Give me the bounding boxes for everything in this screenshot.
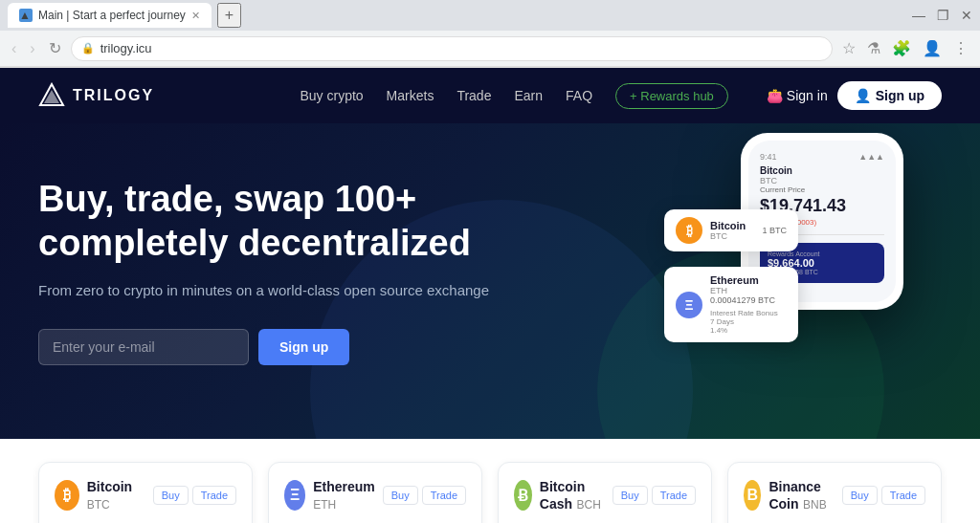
trade-button-bch[interactable]: Trade (652, 486, 696, 505)
coin-card-bch: Ƀ Bitcoin Cash BCH Buy Trade $440.00 +15… (498, 462, 712, 523)
coins-section: ₿ Bitcoin BTC Buy Trade $79,550.16 +4.17… (0, 439, 980, 523)
nav-buy-crypto[interactable]: Buy crypto (300, 88, 363, 103)
hero-form: Sign up (38, 329, 498, 365)
extensions-icon[interactable]: 🧩 (888, 35, 915, 61)
account-icon[interactable]: 👤 (919, 35, 946, 61)
phone-coin-name: Bitcoin (760, 165, 884, 176)
tab-close-btn[interactable]: ✕ (191, 10, 200, 22)
forward-button[interactable]: › (26, 36, 38, 61)
logo-text: TRILOGY (73, 87, 154, 104)
hero-signup-button[interactable]: Sign up (258, 329, 349, 365)
restore-button[interactable]: ❐ (937, 8, 949, 23)
coin-actions: Buy Trade (612, 486, 696, 505)
phone-price-label: Current Price (760, 185, 884, 194)
logo-icon (38, 82, 65, 109)
coin-card-bnb: B Binance Coin BNB Buy Trade $633.72 +2.… (727, 462, 942, 523)
minimize-button[interactable]: — (912, 8, 925, 23)
hero-content: Buy, trade, swap 100+ completely decentr… (38, 178, 498, 365)
coin-info-eth: Ethereum ETH (313, 478, 375, 512)
browser-titlebar: ▲ Main | Start a perfect journey ✕ + — ❐… (0, 0, 980, 31)
trade-button-bnb[interactable]: Trade (881, 486, 925, 505)
coin-card-header: Ƀ Bitcoin Cash BCH Buy Trade (514, 478, 696, 512)
float-bitcoin-val: 1 BTC (762, 226, 787, 235)
svg-marker-1 (44, 90, 59, 103)
float-ethereum-sym: ETH (710, 286, 778, 295)
nav-links: Buy crypto Markets Trade Earn FAQ + Rewa… (300, 83, 727, 109)
phone-time: 9:41 (760, 152, 777, 162)
coin-logo-btc: ₿ (55, 480, 79, 511)
toolbar-icons: ☆ ⚗ 🧩 👤 ⋮ (838, 35, 972, 61)
coin-card-btc: ₿ Bitcoin BTC Buy Trade $79,550.16 +4.17… (38, 462, 253, 523)
nav-trade[interactable]: Trade (457, 88, 491, 103)
hero-title: Buy, trade, swap 100+ completely decentr… (38, 178, 498, 265)
address-bar[interactable]: 🔒 trilogy.icu (71, 36, 833, 61)
ethereum-icon: Ξ (676, 292, 702, 318)
coin-card-header: B Binance Coin BNB Buy Trade (744, 478, 925, 512)
rewards-hub-button[interactable]: + Rewards hub (615, 83, 728, 109)
float-bitcoin-name: Bitcoin (710, 220, 746, 231)
buy-button-eth[interactable]: Buy (383, 486, 418, 505)
refresh-button[interactable]: ↻ (45, 35, 65, 61)
secure-icon: 🔒 (81, 42, 95, 54)
back-button[interactable]: ‹ (8, 36, 20, 61)
new-tab-button[interactable]: + (217, 3, 241, 28)
coin-logo-bch: Ƀ (514, 480, 532, 511)
tab-favicon: ▲ (19, 9, 33, 22)
rate-val: 1.4% (710, 326, 727, 335)
float-ethereum-rate: Interest Rate Bonus 7 Days 1.4% (710, 309, 778, 335)
hero-subtitle: From zero to crypto in minutes on a worl… (38, 280, 498, 302)
buy-button-bnb[interactable]: Buy (842, 486, 878, 505)
profile-icon[interactable]: ⚗ (863, 35, 884, 61)
phone-coin-sym: BTC (760, 176, 884, 185)
float-card-bitcoin: ₿ Bitcoin BTC 1 BTC (664, 209, 798, 251)
coin-symbol: ETH (313, 498, 336, 512)
close-button[interactable]: ✕ (961, 8, 972, 23)
coin-actions: Buy Trade (153, 486, 236, 505)
browser-chrome: ▲ Main | Start a perfect journey ✕ + — ❐… (0, 0, 980, 68)
coin-logo-bnb: B (744, 480, 761, 511)
bookmark-icon[interactable]: ☆ (838, 35, 859, 61)
coin-logo-eth: Ξ (284, 480, 305, 511)
phone-rewards-label: Rewards Account (768, 251, 877, 257)
phone-header: 9:41 ▲▲▲ (760, 152, 884, 162)
float-ethereum-name: Ethereum (710, 274, 778, 286)
trade-button-eth[interactable]: Trade (422, 486, 466, 505)
browser-toolbar: ‹ › ↻ 🔒 trilogy.icu ☆ ⚗ 🧩 👤 ⋮ (0, 31, 980, 67)
logo[interactable]: TRILOGY (38, 82, 154, 109)
buy-button-bch[interactable]: Buy (612, 486, 648, 505)
coin-info-bnb: Binance Coin BNB (768, 478, 834, 512)
hero-section: Buy, trade, swap 100+ completely decentr… (0, 123, 980, 439)
coin-info-bch: Bitcoin Cash BCH (540, 478, 605, 512)
coin-actions: Buy Trade (383, 486, 466, 505)
site-nav: TRILOGY Buy crypto Markets Trade Earn FA… (0, 68, 980, 123)
coin-symbol: BTC (87, 498, 110, 512)
tab-title: Main | Start a perfect journey (38, 9, 186, 22)
auth-buttons: 👛 Sign in 👤 Sign up (767, 81, 942, 110)
email-input[interactable] (38, 329, 249, 365)
coin-name: Ethereum (313, 479, 375, 494)
nav-earn[interactable]: Earn (514, 88, 543, 103)
browser-tab-active[interactable]: ▲ Main | Start a perfect journey ✕ (8, 3, 212, 28)
menu-icon[interactable]: ⋮ (949, 35, 972, 61)
bitcoin-icon: ₿ (676, 217, 702, 244)
coin-info-btc: Bitcoin BTC (87, 478, 145, 512)
coin-card-header: Ξ Ethereum ETH Buy Trade (284, 478, 466, 512)
window-controls: — ❐ ✕ (912, 8, 972, 23)
float-ethereum-val: 0.00041279 BTC (710, 295, 778, 305)
url-text: trilogy.icu (100, 41, 152, 55)
nav-faq[interactable]: FAQ (566, 88, 592, 103)
coin-name: Bitcoin (87, 479, 132, 494)
float-card-bitcoin-info: Bitcoin BTC (710, 220, 746, 241)
float-card-ethereum-info: Ethereum ETH 0.00041279 BTC Interest Rat… (710, 274, 778, 335)
coin-actions: Buy Trade (842, 486, 925, 505)
coin-card-eth: Ξ Ethereum ETH Buy Trade $3,197.75 +5.02… (268, 462, 482, 523)
phone-mockup: 9:41 ▲▲▲ Bitcoin BTC Current Price $19,7… (693, 133, 903, 310)
float-card-ethereum: Ξ Ethereum ETH 0.00041279 BTC Interest R… (664, 267, 798, 342)
nav-markets[interactable]: Markets (387, 88, 434, 103)
buy-button-btc[interactable]: Buy (153, 486, 189, 505)
signin-button[interactable]: 👛 Sign in (767, 88, 828, 103)
coin-symbol: BNB (803, 498, 827, 512)
page: TRILOGY Buy crypto Markets Trade Earn FA… (0, 68, 980, 523)
trade-button-btc[interactable]: Trade (192, 486, 236, 505)
signup-button[interactable]: 👤 Sign up (837, 81, 942, 110)
